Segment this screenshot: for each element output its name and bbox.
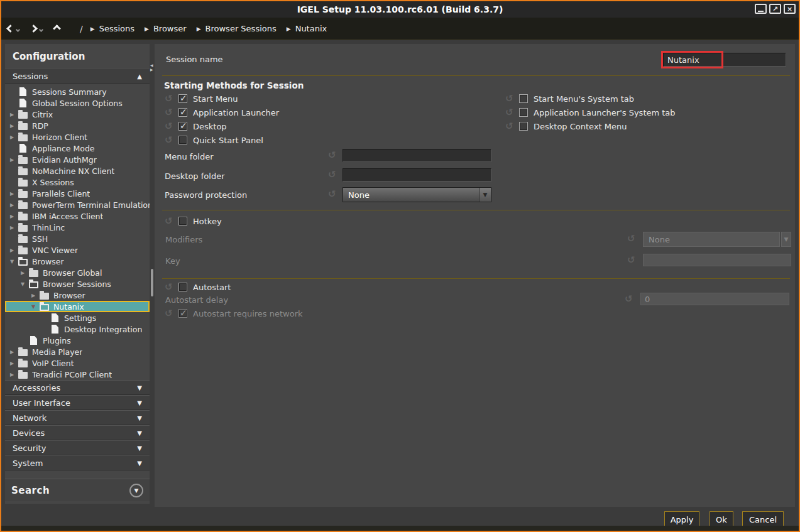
breadcrumb-item-browser[interactable]: ▶Browser [145, 24, 187, 33]
start-menu-checkbox[interactable] [178, 94, 187, 103]
reset-icon[interactable]: ↺ [505, 94, 516, 104]
expand-icon[interactable]: ▶ [21, 270, 29, 276]
expand-icon[interactable]: ▶ [10, 202, 18, 208]
start-menu-s-system-tab-checkbox[interactable] [519, 94, 528, 103]
tree-item-citrix[interactable]: ▶Citrix [5, 109, 150, 120]
maximize-icon[interactable]: ↗ [769, 4, 781, 14]
tree-item-powerterm-terminal-emulation[interactable]: ▶PowerTerm Terminal Emulation [5, 199, 150, 210]
tree-item-media-player[interactable]: ▶Media Player [5, 346, 150, 357]
breadcrumb-item-browser-sessions[interactable]: ▶Browser Sessions [197, 24, 277, 33]
desktop-folder-input[interactable] [342, 168, 491, 182]
application-launcher-checkbox[interactable] [178, 108, 187, 117]
expand-icon[interactable]: ▶ [10, 349, 18, 355]
reset-icon[interactable]: ↺ [165, 283, 175, 292]
reset-icon[interactable]: ↺ [627, 256, 635, 265]
expand-icon[interactable]: ▶ [10, 225, 18, 231]
expand-icon[interactable]: ▶ [10, 112, 18, 117]
expand-icon[interactable]: ▶ [10, 372, 18, 377]
session-name-input[interactable] [663, 53, 786, 67]
tree-item-appliance-mode[interactable]: Appliance Mode [5, 143, 150, 154]
autostart-checkbox[interactable] [178, 283, 187, 291]
tree-item-voip-client[interactable]: ▶VoIP Client [5, 357, 150, 369]
sidebar-section-user-interface[interactable]: User Interface▼ [5, 395, 150, 410]
expand-icon[interactable]: ▶ [31, 293, 40, 298]
reset-icon[interactable]: ↺ [165, 122, 175, 131]
expand-icon[interactable]: ▶ [10, 361, 18, 366]
reset-icon[interactable]: ↺ [165, 217, 175, 226]
tree-item-browser[interactable]: ▼Browser [5, 256, 150, 267]
tree-item-nomachine-nx-client[interactable]: NoMachine NX Client [5, 165, 150, 176]
sidebar-section-security[interactable]: Security▼ [5, 440, 150, 455]
tree-item-teradici-pcoip-client[interactable]: ▶Teradici PCoIP Client [5, 369, 150, 380]
reset-icon[interactable]: ↺ [165, 108, 175, 117]
collapse-icon[interactable]: ▼ [10, 259, 18, 264]
key-input [643, 254, 791, 266]
back-history-caret-icon[interactable] [16, 27, 20, 31]
close-icon[interactable]: × [784, 4, 796, 14]
expand-icon[interactable]: ▶ [10, 123, 18, 129]
tree-item-browser-sessions[interactable]: ▼Browser Sessions [5, 278, 150, 290]
tree-item-plugins[interactable]: Plugins [5, 335, 150, 346]
forward-history-caret-icon[interactable] [39, 27, 43, 31]
tree-item-evidian-authmgr[interactable]: ▶Evidian AuthMgr [5, 154, 150, 165]
up-button[interactable] [54, 26, 60, 31]
password-protection-select[interactable]: None ▼ [342, 187, 491, 202]
expand-icon[interactable]: ▶ [10, 157, 18, 163]
reset-icon[interactable]: ↺ [328, 151, 336, 160]
tree-item-nutanix[interactable]: ▼Nutanix [5, 301, 150, 312]
collapse-icon[interactable]: ▼ [31, 304, 40, 310]
reset-icon[interactable]: ↺ [328, 190, 336, 199]
reset-icon[interactable]: ↺ [505, 108, 516, 117]
forward-button[interactable] [31, 26, 43, 31]
reset-icon[interactable]: ↺ [328, 170, 336, 180]
sidebar-section-network[interactable]: Network▼ [5, 410, 150, 425]
menu-folder-input[interactable] [342, 149, 491, 162]
breadcrumb-label: Nutanix [295, 24, 327, 33]
application-launcher-s-system-tab-checkbox[interactable] [519, 108, 528, 117]
reset-icon[interactable]: ↺ [505, 122, 516, 131]
tree-item-label: Teradici PCoIP Client [32, 370, 112, 379]
expand-icon[interactable]: ▶ [10, 247, 18, 253]
tree-item-desktop-integration[interactable]: Desktop Integration [5, 323, 150, 335]
chevron-down-icon[interactable]: ▼ [479, 188, 491, 202]
tree-item-global-session-options[interactable]: Global Session Options [5, 97, 150, 109]
expand-section-icon: ▼ [137, 445, 142, 452]
tree-item-browser[interactable]: ▶Browser [5, 290, 150, 301]
expand-icon[interactable]: ▶ [10, 214, 18, 219]
hotkey-checkbox[interactable] [178, 217, 187, 225]
minimize-icon[interactable] [755, 4, 767, 14]
breadcrumb-item-sessions[interactable]: ▶Sessions [90, 24, 134, 33]
tree-item-sessions-summary[interactable]: Sessions Summary [5, 86, 150, 97]
collapse-icon[interactable]: ▼ [21, 281, 29, 287]
quick-start-panel-checkbox[interactable] [178, 136, 187, 144]
reset-icon[interactable]: ↺ [627, 234, 635, 244]
tree-item-rdp[interactable]: ▶RDP [5, 120, 150, 131]
tree-item-thinlinc[interactable]: ▶ThinLinc [5, 222, 150, 233]
sidebar-section-system[interactable]: System▼ [5, 455, 150, 470]
search-expand-icon[interactable]: ▼ [129, 484, 143, 497]
tree-item-vnc-viewer[interactable]: ▶VNC Viewer [5, 244, 150, 256]
sidebar-scrollbar-thumb[interactable] [151, 269, 153, 296]
tree-item-browser-global[interactable]: ▶Browser Global [5, 267, 150, 278]
expand-icon[interactable]: ▶ [10, 134, 18, 140]
reset-icon[interactable]: ↺ [165, 309, 175, 318]
sidebar-section-sessions[interactable]: Sessions ▲ [5, 68, 150, 84]
reset-icon[interactable]: ↺ [165, 94, 175, 104]
tree-item-settings[interactable]: Settings [5, 312, 150, 323]
sidebar-section-accessories[interactable]: Accessories▼ [5, 380, 150, 395]
reset-icon[interactable]: ↺ [165, 136, 175, 145]
tree-item-ibm-iaccess-client[interactable]: ▶IBM iAccess Client [5, 210, 150, 222]
breadcrumb-item-nutanix[interactable]: ▶Nutanix [287, 24, 327, 33]
back-button[interactable] [8, 26, 19, 31]
expand-icon[interactable]: ▶ [10, 191, 18, 197]
reset-icon[interactable]: ↺ [625, 295, 633, 304]
desktop-checkbox[interactable] [178, 122, 187, 131]
tree-item-x-sessions[interactable]: X Sessions [5, 176, 150, 188]
search-row[interactable]: Search ▼ [5, 479, 150, 501]
desktop-context-menu-checkbox[interactable] [519, 122, 528, 131]
sidebar-section-devices[interactable]: Devices▼ [5, 425, 150, 440]
tree-item-ssh[interactable]: SSH [5, 233, 150, 244]
tree-item-parallels-client[interactable]: ▶Parallels Client [5, 188, 150, 199]
titlebar[interactable]: IGEL Setup 11.03.100.rc6.01 (Build 6.3.7… [1, 1, 799, 18]
tree-item-horizon-client[interactable]: ▶Horizon Client [5, 131, 150, 143]
